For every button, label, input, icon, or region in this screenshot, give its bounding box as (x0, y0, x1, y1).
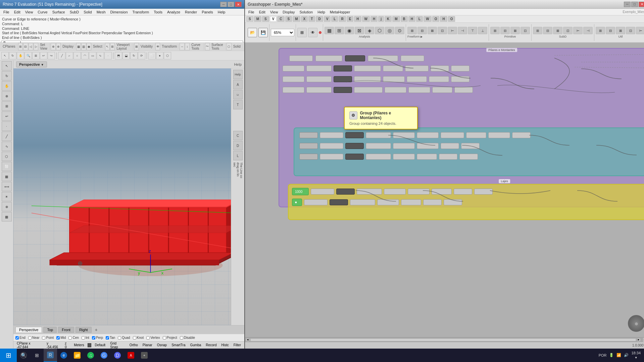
ff-btn-6[interactable]: ⊣ (458, 27, 467, 34)
gh-cat-kangaroo[interactable]: V (324, 16, 331, 22)
gumball-btn[interactable]: Gumba (189, 343, 202, 347)
tool-circle[interactable]: ○ (73, 52, 81, 59)
yellow-m6[interactable] (423, 199, 442, 205)
menu-solid[interactable]: Solid (82, 9, 94, 15)
node-12[interactable] (451, 65, 469, 71)
menu-curve[interactable]: Curve (36, 9, 49, 15)
util-btn-1[interactable]: ⊞ (596, 27, 605, 34)
node-23[interactable] (334, 87, 352, 93)
tab-top[interactable]: Top (43, 327, 57, 333)
gh-menu-view[interactable]: View (268, 9, 280, 15)
rhino-maximize-btn[interactable]: □ (228, 2, 234, 7)
subd-btn-1[interactable]: ⊞ (533, 27, 542, 34)
dimension-tool[interactable]: ⟺ (2, 182, 12, 191)
snap-knot[interactable]: Knot (133, 336, 144, 340)
gh-cat-o2[interactable]: O (448, 16, 455, 22)
smarttrack-btn[interactable]: SmartTra (170, 343, 187, 347)
gh-cat-transform[interactable]: T (308, 16, 315, 22)
node-7[interactable] (334, 65, 352, 71)
node-20[interactable] (451, 76, 469, 82)
zoom-tool[interactable]: ⊕ (2, 91, 12, 101)
gh-cat-w2[interactable]: W (424, 16, 431, 22)
node-27[interactable] (432, 87, 452, 93)
gh-cat-surface[interactable]: S (285, 16, 292, 22)
taskbar-explorer[interactable]: 📁 (70, 349, 84, 362)
tab-perspective[interactable]: Perspective (15, 327, 42, 332)
node-3[interactable] (368, 55, 398, 61)
green-indicator-node[interactable]: ■ (292, 199, 302, 206)
record-btn[interactable]: Record (204, 343, 218, 347)
tool-cylinder[interactable]: ⬡ (164, 52, 171, 59)
gh-save-btn[interactable]: 💾 (258, 28, 268, 37)
tool-loft[interactable]: ⬓ (122, 52, 130, 59)
menu-subd[interactable]: SubD (68, 9, 81, 15)
tool-sweep[interactable]: ⟳ (138, 52, 145, 59)
tab-front[interactable]: Front (58, 327, 74, 333)
tool-rect[interactable]: ▭ (89, 52, 96, 59)
gh-cat-maths[interactable]: M (254, 16, 261, 22)
tab-add-btn[interactable]: + (93, 326, 100, 333)
info-btn-l[interactable]: L (233, 151, 243, 160)
tb-btn-2[interactable]: ⊟ (23, 43, 28, 50)
node-18[interactable] (407, 76, 427, 82)
tool-polyline[interactable]: ⌐ (66, 52, 73, 59)
undo-tool[interactable]: ↩ (2, 111, 12, 121)
yellow-m5[interactable] (401, 199, 421, 205)
filter-btn[interactable]: Filter (232, 343, 242, 347)
taskbar-edge[interactable]: e (57, 349, 70, 362)
gh-cat-h3[interactable]: H (408, 16, 415, 22)
tool-pan[interactable]: ✋ (17, 52, 24, 59)
info-btn-c[interactable]: C (233, 131, 243, 140)
tool-undo[interactable]: ↩ (40, 52, 47, 59)
surface-tool[interactable]: ⬡ (2, 152, 12, 161)
gh-cat-k[interactable]: K (385, 16, 392, 22)
subd-btn-6[interactable]: ⊣ (583, 27, 593, 34)
scroll-track[interactable] (250, 339, 636, 341)
draw-line[interactable]: ╱ (2, 132, 12, 141)
teal-m6[interactable] (417, 143, 439, 149)
gh-open-btn[interactable]: 📂 (248, 28, 257, 37)
util-btn-4[interactable]: ⊡ (626, 27, 635, 34)
gh-cat-l[interactable]: L (416, 16, 423, 22)
tool-rotate[interactable]: ↻ (9, 52, 16, 59)
gh-cat-w[interactable]: W (362, 16, 370, 22)
teal-m8[interactable] (461, 143, 480, 149)
yellow-n4[interactable] (384, 189, 406, 195)
planar-btn[interactable]: Planar (141, 343, 154, 347)
gh-cat-lunchbox[interactable]: L (331, 16, 338, 22)
comp-btn-2[interactable]: ⊞ (335, 27, 344, 34)
teal-n6[interactable] (417, 132, 439, 138)
subd-btn-3[interactable]: ⊠ (553, 27, 562, 34)
menu-help[interactable]: Help (216, 9, 228, 15)
node-10[interactable] (405, 65, 429, 71)
ff-btn-2[interactable]: ⊟ (417, 27, 427, 34)
tool-point[interactable]: · (104, 52, 112, 59)
teal-m2[interactable] (320, 143, 343, 149)
gh-cat-j[interactable]: j (378, 16, 384, 22)
node-5[interactable] (283, 65, 304, 71)
yellow-n6[interactable] (432, 189, 452, 195)
teal-n7[interactable] (441, 132, 464, 138)
yellow-m3[interactable] (350, 199, 375, 205)
gh-cat-m2[interactable]: M (392, 16, 400, 22)
history-btn[interactable]: Histc (220, 343, 230, 347)
node-21[interactable] (283, 87, 304, 93)
gh-maximize-btn[interactable]: □ (631, 2, 638, 7)
gh-cat-curve[interactable]: C (277, 16, 284, 22)
tab-right[interactable]: Right (76, 327, 92, 333)
ff-btn-7[interactable]: ⊤ (468, 27, 477, 34)
tool-curve[interactable]: ∿ (97, 52, 104, 59)
tb-btn-5[interactable]: ⊕ (51, 43, 55, 50)
gh-cat-sets[interactable]: S (262, 16, 269, 22)
tb-btn-13[interactable]: 👁 (155, 43, 160, 50)
snap-mid[interactable]: Mid (56, 336, 66, 340)
snap-vertex[interactable]: Vertex (146, 336, 160, 340)
system-clock[interactable]: 18:34 ▼ (631, 351, 641, 360)
draw-curve[interactable]: ∿ (2, 142, 12, 151)
teal-m4[interactable] (366, 143, 391, 149)
scroll-left-btn[interactable]: ◄ (246, 338, 250, 342)
rhino-close-btn[interactable]: ✕ (235, 2, 242, 7)
zoom-selector[interactable]: 65% 50% 100% 150% (271, 29, 294, 36)
comp-btn-1[interactable]: ▦ (325, 27, 334, 34)
node-26[interactable] (408, 87, 430, 93)
